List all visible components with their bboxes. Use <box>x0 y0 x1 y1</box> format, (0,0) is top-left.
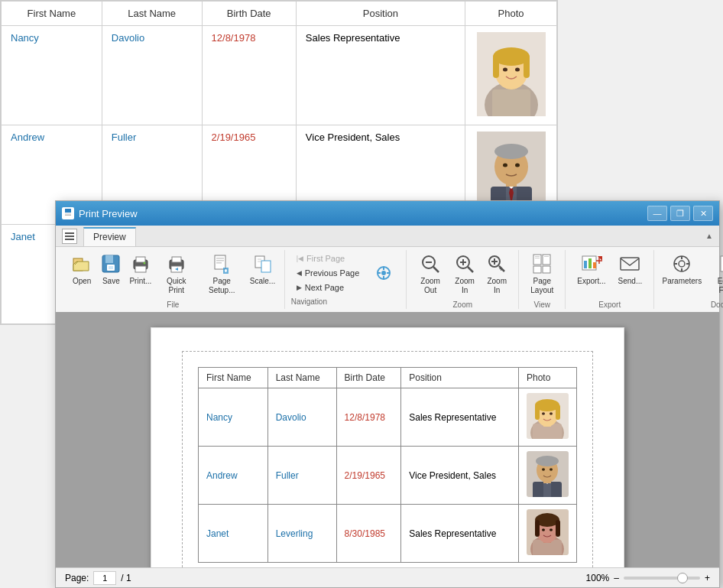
preview-lastname-2: Fuller <box>276 470 299 481</box>
preview-col-birthdate: Birth Date <box>336 368 401 388</box>
close-button[interactable]: ✕ <box>693 206 713 221</box>
page-layout-label: Page Layout <box>530 277 553 295</box>
svg-rect-25 <box>65 232 74 234</box>
parameters-label: Parameters <box>663 277 702 286</box>
nav-group-content: |◀ First Page ◀ Previous Page ▶ Next Pag… <box>291 252 400 294</box>
print-button[interactable]: Print... <box>126 250 154 289</box>
window-title: Print Preview <box>79 208 138 219</box>
pagesetup-button[interactable]: Page Setup... <box>198 250 245 298</box>
preview-photo-1 <box>519 388 577 447</box>
preview-col-photo: Photo <box>519 368 577 388</box>
svg-rect-35 <box>135 266 146 272</box>
zoom-out-button[interactable]: Zoom Out <box>413 250 448 298</box>
bg-birthdate-1: 12/8/1978 <box>202 26 296 125</box>
svg-rect-79 <box>588 258 592 268</box>
prev-page-button[interactable]: ◀ Previous Page <box>291 266 365 280</box>
page-input[interactable] <box>93 571 116 585</box>
svg-rect-42 <box>216 258 224 259</box>
print-icon <box>130 253 151 275</box>
total-pages: / 1 <box>121 573 131 583</box>
bg-firstname-1[interactable]: Nancy <box>11 32 39 44</box>
nav-buttons: |◀ First Page ◀ Previous Page ▶ Next Pag… <box>291 252 365 294</box>
scale-label: Scale... <box>250 277 275 286</box>
svg-rect-38 <box>172 257 181 262</box>
bg-position-1: Sales Representative <box>296 26 465 125</box>
svg-rect-76 <box>544 256 549 257</box>
svg-rect-78 <box>584 261 587 268</box>
export-buttons: Export... Send... <box>572 250 647 298</box>
bg-lastname-1[interactable]: Davolio <box>112 32 144 44</box>
save-icon <box>100 253 122 275</box>
preview-firstname-1: Nancy <box>206 412 232 423</box>
svg-rect-106 <box>556 404 560 420</box>
first-page-icon: |◀ <box>297 255 303 262</box>
zoom-in-label: Zoom In <box>455 277 475 295</box>
preview-page-inner: First Name Last Name Birth Date Position… <box>182 351 593 567</box>
next-page-button[interactable]: ▶ Next Page <box>291 281 365 294</box>
navigate-icon <box>373 262 394 284</box>
svg-point-118 <box>550 468 553 471</box>
zoom-slider-thumb[interactable] <box>677 573 688 583</box>
svg-point-107 <box>542 412 545 415</box>
pagesetup-icon <box>211 253 232 275</box>
ribbon-collapse-button[interactable]: ▲ <box>705 232 713 240</box>
zoom-minus[interactable]: – <box>614 573 619 583</box>
zoom-in-icon <box>454 253 475 275</box>
prev-page-icon: ◀ <box>297 269 302 277</box>
zoom-buttons: Zoom Out Zoom In <box>413 250 512 298</box>
send-button[interactable]: Send... <box>613 250 648 289</box>
svg-rect-34 <box>136 257 145 262</box>
save-button[interactable]: Save <box>97 250 125 289</box>
quickprint-button[interactable]: Quick Print <box>156 250 196 298</box>
open-button[interactable]: Open <box>68 250 96 289</box>
svg-point-36 <box>143 262 145 265</box>
restore-button[interactable]: ❐ <box>670 206 690 221</box>
svg-rect-7 <box>524 55 530 78</box>
svg-rect-105 <box>535 404 540 420</box>
minimize-button[interactable]: — <box>647 206 667 221</box>
editing-fields-button[interactable]: Editing Fields <box>705 250 723 298</box>
zoom-in-button[interactable]: Zoom In <box>449 250 480 298</box>
svg-point-116 <box>536 456 559 466</box>
bg-lastname-2[interactable]: Fuller <box>112 132 137 143</box>
preview-page: First Name Last Name Birth Date Position… <box>151 327 624 567</box>
zoom-out-label: Zoom Out <box>418 277 443 295</box>
ribbon-menu-icon[interactable] <box>62 229 77 244</box>
export-icon <box>581 253 602 275</box>
bg-photo-1 <box>465 26 557 125</box>
zoom-plus[interactable]: + <box>705 573 710 583</box>
svg-rect-21 <box>65 209 71 213</box>
bg-firstname-3[interactable]: Janet <box>11 231 35 242</box>
bg-firstname-2[interactable]: Andrew <box>11 132 44 143</box>
open-label: Open <box>73 277 91 286</box>
preview-row-1: Nancy Davolio 12/8/1978 Sales Representa… <box>199 388 577 447</box>
svg-point-18 <box>503 164 507 167</box>
first-page-button[interactable]: |◀ First Page <box>291 252 365 265</box>
zoom-slider[interactable] <box>624 577 700 580</box>
svg-rect-75 <box>535 258 540 258</box>
next-page-label: Next Page <box>305 283 344 292</box>
view-buttons: Page Layout <box>525 250 559 298</box>
preview-row-3: Janet Leverling 8/30/1985 Sales Represen… <box>199 505 577 563</box>
open-icon <box>71 253 92 275</box>
svg-text:+: + <box>499 265 503 273</box>
svg-rect-2 <box>492 89 530 116</box>
zoom-in2-button[interactable]: + Zoom In <box>481 250 512 298</box>
svg-rect-73 <box>543 266 550 273</box>
svg-line-64 <box>468 267 473 272</box>
preview-area[interactable]: First Name Last Name Birth Date Position… <box>56 312 719 567</box>
export-button[interactable]: Export... <box>572 250 611 289</box>
tab-preview[interactable]: Preview <box>83 227 136 246</box>
navigate-button[interactable] <box>368 259 400 287</box>
pagesetup-label: Page Setup... <box>203 277 240 295</box>
parameters-button[interactable]: Parameters <box>660 250 703 289</box>
first-page-label: First Page <box>306 254 345 263</box>
title-bar-left: Print Preview <box>62 207 138 219</box>
view-group-label: View <box>534 300 551 309</box>
quickprint-icon <box>166 253 187 275</box>
scale-button[interactable]: Scale... <box>247 250 277 289</box>
svg-rect-30 <box>105 255 113 263</box>
svg-rect-74 <box>535 256 540 257</box>
file-buttons: Open Save <box>68 250 278 298</box>
page-layout-button[interactable]: Page Layout <box>525 250 559 298</box>
